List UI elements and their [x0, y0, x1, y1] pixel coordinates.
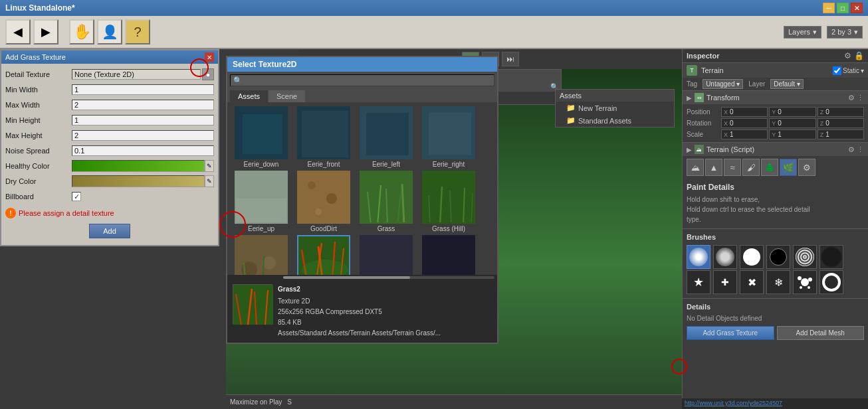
terrain-tool-paint-height[interactable]: ▲ — [705, 159, 722, 176]
new-terrain-item[interactable]: 📁 New Terrain — [556, 102, 674, 114]
url-link[interactable]: http://www.unit y3d.com/yde2524507 — [682, 398, 785, 408]
brush-soft-circle-selected[interactable] — [687, 245, 710, 269]
hand-tool-button[interactable]: ✋ — [69, 19, 94, 44]
min-width-input[interactable]: 1 — [72, 84, 214, 95]
position-y-field[interactable]: Y 0 — [769, 107, 815, 117]
rotation-x-field[interactable]: X 0 — [721, 118, 768, 128]
standard-assets-item[interactable]: 📁 Standard Assets — [556, 114, 674, 127]
dry-color-swatch[interactable] — [72, 175, 205, 187]
scroll-thumb[interactable] — [283, 276, 410, 279]
close-button[interactable]: ✕ — [851, 3, 863, 13]
rotation-y-field[interactable]: Y 0 — [769, 118, 815, 128]
texture-label-eerie-left: Eerie_left — [372, 161, 400, 168]
transform-overflow-icon[interactable]: ⋮ — [857, 94, 864, 102]
svg-rect-9 — [236, 199, 288, 224]
position-z-field[interactable]: Z 0 — [817, 107, 864, 117]
brush-soft-fade[interactable] — [713, 245, 737, 269]
texture-search-input[interactable] — [230, 74, 494, 86]
url-bar: http://www.unit y3d.com/yde2524507 — [682, 398, 868, 409]
texture-item-grass[interactable]: Grass — [356, 171, 416, 232]
back-button[interactable]: ◀ — [5, 19, 31, 44]
texture-item-eerie-left[interactable]: Eerie_left — [356, 106, 416, 168]
minimize-button[interactable]: ─ — [823, 3, 835, 13]
layers-dropdown[interactable]: Layers ▾ — [784, 26, 821, 39]
tab-scene[interactable]: Scene — [269, 90, 305, 102]
texture-info-bar: Grass2 Texture 2D 256x256 RGBA Compresse… — [227, 280, 497, 343]
terrain-settings-icon[interactable]: ⚙ — [848, 145, 855, 154]
tag-dropdown[interactable]: Untagged ▾ — [703, 79, 743, 89]
user-button[interactable]: 👤 — [97, 19, 122, 44]
max-height-row: Max Height — [5, 129, 214, 142]
max-height-input[interactable] — [72, 130, 214, 141]
healthy-color-edit-button[interactable]: ✎ — [205, 160, 214, 172]
position-x-field[interactable]: X 0 — [721, 107, 768, 117]
svg-point-13 — [315, 208, 322, 215]
brush-hard-circle[interactable] — [740, 245, 764, 269]
dry-color-label: Dry Color — [5, 177, 72, 185]
add-detail-mesh-button[interactable]: Add Detail Mesh — [777, 326, 865, 340]
terrain-tool-settings[interactable]: ⚙ — [798, 159, 815, 176]
terrain-object-name[interactable]: Terrain — [701, 66, 829, 74]
texture-grid-scrollbar[interactable] — [227, 275, 497, 280]
transform-component-header[interactable]: ▶ ⇔ Transform ⚙ ⋮ — [683, 90, 868, 104]
terrain-tool-smooth[interactable]: ≈ — [724, 159, 741, 176]
add-button[interactable]: Add — [89, 224, 130, 238]
maximize-button[interactable]: □ — [837, 3, 849, 13]
texture-item-eerie-right[interactable]: Eerie_right — [419, 106, 479, 168]
brush-ring[interactable] — [819, 270, 843, 294]
add-grass-texture-button[interactable]: Add Grass Texture — [687, 326, 774, 340]
brush-cross1[interactable]: ✚ — [713, 270, 737, 294]
dry-color-edit-button[interactable]: ✎ — [205, 175, 214, 187]
inspector-settings-icon[interactable]: ⚙ — [844, 51, 851, 60]
healthy-color-swatch[interactable] — [72, 160, 205, 172]
texture-item-grassrock[interactable]: Grass&Rock — [231, 235, 291, 275]
forward-button[interactable]: ▶ — [33, 19, 58, 44]
noise-spread-input[interactable] — [72, 145, 214, 156]
window-controls: ─ □ ✕ — [823, 3, 863, 13]
tab-assets[interactable]: Assets — [230, 90, 268, 102]
fade-circle-shape — [716, 248, 734, 266]
terrain-tool-paint-details[interactable]: 🌿 — [780, 159, 797, 176]
transform-settings-icon[interactable]: ⚙ — [848, 94, 855, 102]
brush-snowflake[interactable]: ❄ — [766, 270, 790, 294]
texture-item-grass-hill[interactable]: Grass (Hill) — [419, 171, 479, 232]
scale-x-field[interactable]: X 1 — [721, 129, 768, 139]
texture-item-moonshine1[interactable]: MoonShine... — [356, 235, 416, 275]
brush-cross2[interactable]: ✖ — [740, 270, 764, 294]
min-height-input[interactable] — [72, 115, 214, 125]
detail-texture-value[interactable]: None (Texture 2D) — [72, 69, 201, 80]
help-button[interactable]: ? — [125, 19, 150, 44]
terrain-tool-paint-texture[interactable]: 🖌 — [742, 159, 760, 176]
texture-item-gooddirt[interactable]: GoodDirt — [294, 171, 354, 232]
detail-texture-picker-button[interactable]: ● — [202, 68, 214, 80]
static-checkbox-input[interactable] — [833, 66, 841, 75]
texture-label-eerie-front: Eerie_front — [308, 161, 340, 168]
texture-item-eerie-down[interactable]: Eerie_down — [231, 106, 291, 168]
rotation-z-field[interactable]: Z 0 — [817, 118, 864, 128]
terrain-tool-raise[interactable]: ⛰ — [687, 159, 704, 176]
inspector-lock-icon[interactable]: 🔒 — [854, 51, 864, 60]
terrain-overflow-icon[interactable]: ⋮ — [857, 145, 864, 154]
scale-y-field[interactable]: Y 1 — [769, 129, 815, 139]
brush-splatter[interactable] — [793, 270, 817, 294]
grass-panel-close-button[interactable]: ✕ — [205, 52, 214, 62]
texture-item-eerie-up[interactable]: Eerie_up — [231, 171, 291, 232]
brush-stipple[interactable] — [793, 245, 817, 269]
step-button[interactable]: ⏭ — [502, 52, 519, 66]
brush-star[interactable]: ★ — [687, 270, 710, 294]
brush-large-black[interactable] — [819, 245, 843, 269]
billboard-checkbox[interactable]: ✓ — [72, 192, 81, 201]
splatter-shape — [796, 273, 814, 291]
texture-thumb-eerie-down — [235, 106, 288, 159]
terrain-script-header[interactable]: ▶ ⛰ Terrain (Script) ⚙ ⋮ — [683, 142, 868, 156]
texture-item-grass2[interactable]: Grass2 — [294, 235, 354, 275]
brush-black-circle[interactable] — [766, 245, 790, 269]
texture-item-moonshine2[interactable]: MoonShine... — [419, 235, 479, 275]
static-toggle[interactable]: Static ▾ — [833, 66, 864, 75]
max-width-input[interactable] — [72, 100, 214, 110]
terrain-tool-place-trees[interactable]: 🌲 — [761, 159, 778, 176]
layout-dropdown[interactable]: 2 by 3 ▾ — [827, 26, 863, 39]
scale-z-field[interactable]: Z 1 — [817, 129, 864, 139]
texture-item-eerie-front[interactable]: Eerie_front — [294, 106, 354, 168]
layer-dropdown[interactable]: Default ▾ — [770, 79, 803, 89]
